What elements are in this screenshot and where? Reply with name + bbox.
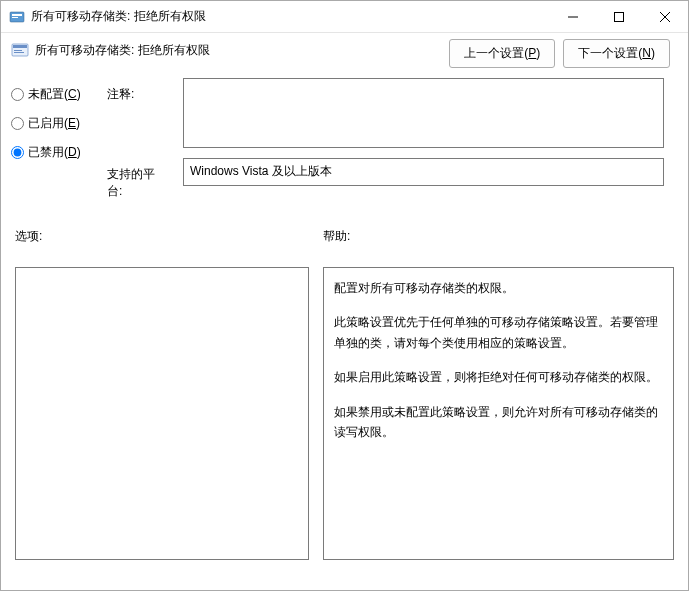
radio-group: 未配置(C) 已启用(E) 已禁用(D) [11,78,93,200]
help-paragraph: 此策略设置优先于任何单独的可移动存储策略设置。若要管理单独的类，请对每个类使用相… [334,312,663,353]
help-paragraph: 配置对所有可移动存储类的权限。 [334,278,663,298]
policy-icon [11,41,29,59]
help-panel: 配置对所有可移动存储类的权限。 此策略设置优先于任何单独的可移动存储策略设置。若… [323,267,674,560]
close-button[interactable] [642,1,688,33]
svg-rect-10 [14,52,24,53]
help-column: 帮助: 配置对所有可移动存储类的权限。 此策略设置优先于任何单独的可移动存储策略… [323,228,674,560]
supported-platform: Windows Vista 及以上版本 [183,158,664,186]
svg-rect-2 [12,17,18,18]
previous-setting-button[interactable]: 上一个设置(P) [449,39,555,68]
window-controls [550,1,688,33]
policy-title: 所有可移动存储类: 拒绝所有权限 [35,42,439,59]
lower-section: 选项: 帮助: 配置对所有可移动存储类的权限。 此策略设置优先于任何单独的可移动… [1,200,688,570]
platform-label: 支持的平台: [107,166,169,200]
radio-not-configured-label: 未配置(C) [28,86,81,103]
prev-label: 上一个设置(P) [464,46,540,60]
app-icon [9,9,25,25]
radio-disabled[interactable]: 已禁用(D) [11,144,93,161]
help-label: 帮助: [323,228,674,245]
options-panel [15,267,309,560]
titlebar: 所有可移动存储类: 拒绝所有权限 [1,1,688,33]
radio-disabled-input[interactable] [11,146,24,159]
next-setting-button[interactable]: 下一个设置(N) [563,39,670,68]
options-label: 选项: [15,228,309,245]
options-column: 选项: [15,228,309,560]
policy-header: 所有可移动存储类: 拒绝所有权限 [1,33,449,63]
radio-not-configured[interactable]: 未配置(C) [11,86,93,103]
help-paragraph: 如果启用此策略设置，则将拒绝对任何可移动存储类的权限。 [334,367,663,387]
nav-buttons: 上一个设置(P) 下一个设置(N) [449,33,688,78]
radio-enabled-input[interactable] [11,117,24,130]
svg-rect-9 [14,50,22,51]
minimize-button[interactable] [550,1,596,33]
next-label: 下一个设置(N) [578,46,655,60]
radio-not-configured-input[interactable] [11,88,24,101]
radio-enabled-label: 已启用(E) [28,115,80,132]
maximize-button[interactable] [596,1,642,33]
comment-label: 注释: [107,86,169,166]
header-row: 所有可移动存储类: 拒绝所有权限 上一个设置(P) 下一个设置(N) [1,33,688,78]
svg-rect-4 [615,12,624,21]
help-paragraph: 如果禁用或未配置此策略设置，则允许对所有可移动存储类的读写权限。 [334,402,663,443]
svg-rect-1 [12,14,22,16]
config-section: 未配置(C) 已启用(E) 已禁用(D) 注释: 支持的平台: Windows … [1,78,688,200]
field-inputs: Windows Vista 及以上版本 [183,78,678,200]
svg-rect-8 [13,45,27,48]
comment-input[interactable] [183,78,664,148]
field-labels: 注释: 支持的平台: [107,78,169,200]
radio-disabled-label: 已禁用(D) [28,144,81,161]
window-title: 所有可移动存储类: 拒绝所有权限 [31,8,550,25]
radio-enabled[interactable]: 已启用(E) [11,115,93,132]
